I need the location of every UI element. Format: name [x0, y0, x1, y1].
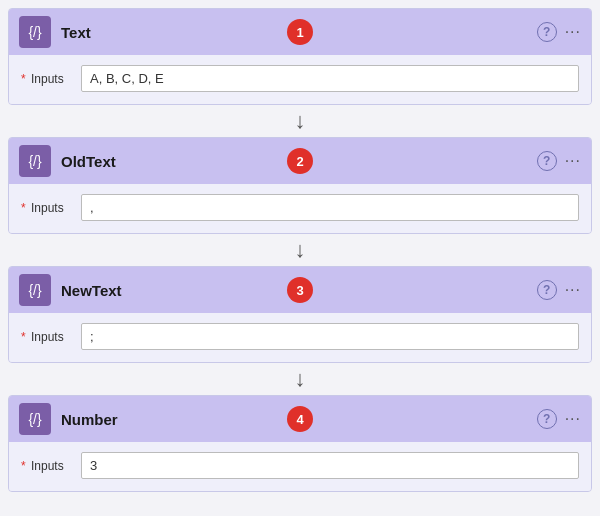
- arrow-down-icon-2: ↓: [295, 234, 306, 266]
- arrow-1: ↓: [8, 105, 592, 137]
- field-label-block-1: * Inputs: [21, 72, 71, 86]
- card-header-block-3: {/}NewText3?···: [9, 267, 591, 313]
- arrow-2: ↓: [8, 234, 592, 266]
- code-icon-block-4: {/}: [19, 403, 51, 435]
- arrow-down-icon-1: ↓: [295, 105, 306, 137]
- field-label-block-4: * Inputs: [21, 459, 71, 473]
- card-actions-block-3: ?···: [537, 280, 581, 300]
- badge-block-2: 2: [287, 148, 313, 174]
- more-icon-block-3[interactable]: ···: [565, 281, 581, 299]
- block-wrapper-4: {/}Number4?···* Inputs: [8, 395, 592, 492]
- field-input-block-3[interactable]: [81, 323, 579, 350]
- card-header-block-2: {/}OldText2?···: [9, 138, 591, 184]
- card-block-1: {/}Text1?···* Inputs: [8, 8, 592, 105]
- code-icon-block-3: {/}: [19, 274, 51, 306]
- code-icon-block-1: {/}: [19, 16, 51, 48]
- card-actions-block-4: ?···: [537, 409, 581, 429]
- block-wrapper-3: {/}NewText3?···* Inputs: [8, 266, 592, 363]
- help-icon-block-1[interactable]: ?: [537, 22, 557, 42]
- card-block-2: {/}OldText2?···* Inputs: [8, 137, 592, 234]
- card-body-block-3: * Inputs: [9, 313, 591, 362]
- badge-block-4: 4: [287, 406, 313, 432]
- more-icon-block-1[interactable]: ···: [565, 23, 581, 41]
- card-actions-block-2: ?···: [537, 151, 581, 171]
- field-label-block-2: * Inputs: [21, 201, 71, 215]
- badge-block-1: 1: [287, 19, 313, 45]
- code-icon-block-2: {/}: [19, 145, 51, 177]
- card-header-block-1: {/}Text1?···: [9, 9, 591, 55]
- help-icon-block-3[interactable]: ?: [537, 280, 557, 300]
- help-icon-block-2[interactable]: ?: [537, 151, 557, 171]
- card-body-block-2: * Inputs: [9, 184, 591, 233]
- block-wrapper-2: {/}OldText2?···* Inputs: [8, 137, 592, 234]
- field-label-block-3: * Inputs: [21, 330, 71, 344]
- arrow-3: ↓: [8, 363, 592, 395]
- help-icon-block-4[interactable]: ?: [537, 409, 557, 429]
- block-wrapper-1: {/}Text1?···* Inputs: [8, 8, 592, 105]
- card-block-3: {/}NewText3?···* Inputs: [8, 266, 592, 363]
- field-row-block-1: * Inputs: [21, 65, 579, 92]
- card-block-4: {/}Number4?···* Inputs: [8, 395, 592, 492]
- card-body-block-1: * Inputs: [9, 55, 591, 104]
- workflow-container: {/}Text1?···* Inputs↓{/}OldText2?···* In…: [8, 8, 592, 492]
- field-row-block-3: * Inputs: [21, 323, 579, 350]
- field-row-block-2: * Inputs: [21, 194, 579, 221]
- field-input-block-1[interactable]: [81, 65, 579, 92]
- field-input-block-2[interactable]: [81, 194, 579, 221]
- badge-block-3: 3: [287, 277, 313, 303]
- card-header-block-4: {/}Number4?···: [9, 396, 591, 442]
- more-icon-block-2[interactable]: ···: [565, 152, 581, 170]
- more-icon-block-4[interactable]: ···: [565, 410, 581, 428]
- field-row-block-4: * Inputs: [21, 452, 579, 479]
- field-input-block-4[interactable]: [81, 452, 579, 479]
- arrow-down-icon-3: ↓: [295, 363, 306, 395]
- card-actions-block-1: ?···: [537, 22, 581, 42]
- card-body-block-4: * Inputs: [9, 442, 591, 491]
